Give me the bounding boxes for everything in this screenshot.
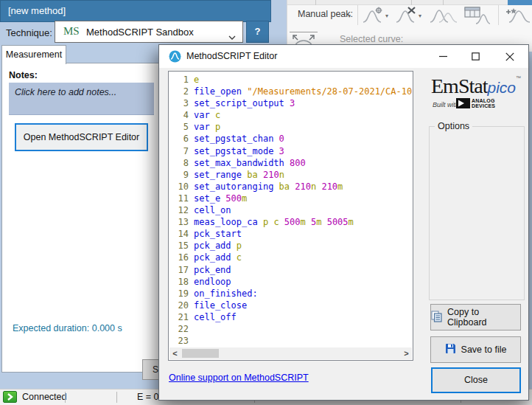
copy-to-clipboard-button[interactable]: Copy to Clipboard: [430, 304, 521, 330]
maximize-button[interactable]: [459, 45, 491, 68]
code-line[interactable]: 17pck_end: [169, 264, 412, 276]
peak-table-icon[interactable]: [464, 6, 491, 28]
code-editor-lines[interactable]: 1e2file_open "/Measurements/28-07-2021/C…: [169, 74, 412, 347]
adi-text-line1: ANALOG: [472, 98, 495, 103]
add-marked-peak-icon[interactable]: [503, 6, 532, 28]
connection-status-icon: [3, 391, 17, 403]
code-line[interactable]: 7set_pgstat_mode 3: [169, 145, 412, 157]
code-token: set_e: [194, 193, 225, 204]
line-number: 10: [169, 181, 189, 193]
dialog-title-bar[interactable]: MethodSCRIPT Editor: [159, 45, 528, 68]
code-token: "/Measurements/28-07-2021/CA-10-52-: [247, 86, 412, 97]
code-token: m: [349, 217, 354, 227]
tabstrip-separator: [315, 0, 316, 5]
close-button[interactable]: Close: [431, 367, 521, 393]
code-line[interactable]: 18endloop: [169, 276, 412, 288]
line-number: 16: [169, 252, 189, 263]
technique-value: MethodSCRIPT Sandbox: [86, 27, 194, 38]
line-number: 2: [169, 86, 189, 97]
code-token: p: [237, 240, 242, 251]
code-token: e: [194, 75, 199, 85]
code-line[interactable]: 15pck_add p: [169, 240, 412, 252]
code-editor[interactable]: 1e2file_open "/Measurements/28-07-2021/C…: [168, 71, 413, 361]
remove-peak-icon[interactable]: [395, 6, 417, 28]
logo-variant-text: pico: [487, 79, 516, 96]
code-token: file_open: [194, 86, 247, 97]
minimize-button[interactable]: [427, 45, 459, 68]
code-line[interactable]: 11set_e 500m: [169, 193, 412, 204]
tabstrip-active-tab[interactable]: [508, 0, 532, 5]
code-token: set_script_output: [194, 98, 290, 108]
expected-duration: Expected duration: 0.000 s: [13, 323, 122, 333]
code-token: ba: [279, 181, 295, 192]
code-line[interactable]: 16pck_add c: [169, 252, 412, 263]
add-peak-caret-icon[interactable]: ▾: [385, 13, 388, 19]
save-to-file-button[interactable]: Save to file: [430, 336, 521, 363]
code-line[interactable]: 2file_open "/Measurements/28-07-2021/CA-…: [169, 86, 412, 97]
manual-peak-caret-icon[interactable]: ▾: [348, 13, 351, 19]
code-line[interactable]: 5var p: [169, 121, 412, 133]
scroll-left-icon[interactable]: <: [169, 348, 181, 359]
toolbar-separator: [498, 5, 499, 25]
line-number: 11: [169, 193, 189, 204]
app-window: [new method] Technique: MS MethodSCRIPT …: [0, 0, 532, 405]
notes-label: Notes:: [9, 70, 38, 80]
options-label: Options: [435, 121, 472, 131]
logo-brand-text: EmStat: [431, 75, 487, 97]
tab-measurement[interactable]: Measurement: [1, 45, 66, 64]
options-groupbox: [429, 126, 525, 300]
technique-abbr: MS: [63, 25, 80, 38]
line-number: 4: [169, 109, 189, 121]
line-number: 20: [169, 300, 189, 311]
code-token: 800: [290, 158, 306, 168]
save-button-label: Save to file: [461, 345, 507, 355]
code-line[interactable]: 22: [169, 323, 412, 335]
code-line[interactable]: 6set_pgstat_chan 0: [169, 133, 412, 145]
code-token: 3: [279, 146, 284, 156]
line-number: 8: [169, 157, 189, 169]
line-number: 15: [169, 240, 189, 252]
code-line[interactable]: 19on_finished:: [169, 288, 412, 300]
scrollbar-thumb[interactable]: [182, 349, 219, 358]
code-line[interactable]: 9set_range ba 210n: [169, 169, 412, 181]
code-token: pck_start: [194, 229, 242, 239]
tabstrip-separator: [411, 0, 412, 5]
overlapping-peaks-icon[interactable]: [429, 6, 458, 28]
code-token: pck_end: [194, 265, 231, 275]
technique-dropdown[interactable]: MS MethodSCRIPT Sandbox: [55, 21, 243, 43]
code-line[interactable]: 8set_max_bandwidth 800: [169, 157, 412, 169]
logo-trademark: ™: [516, 75, 521, 80]
code-token: cell_off: [194, 312, 237, 322]
code-token: var: [194, 110, 215, 120]
line-number: 7: [169, 145, 189, 157]
scroll-right-icon[interactable]: >: [401, 348, 412, 359]
code-line[interactable]: 14pck_start: [169, 228, 412, 240]
notes-input[interactable]: Click here to add notes...: [9, 83, 154, 115]
code-token: 500: [284, 217, 301, 227]
code-line[interactable]: 12cell_on: [169, 204, 412, 216]
code-line[interactable]: 3set_script_output 3: [169, 97, 412, 109]
remove-peak-caret-icon[interactable]: ▾: [419, 13, 421, 19]
close-icon[interactable]: [491, 45, 528, 68]
horizontal-scrollbar[interactable]: < >: [169, 347, 412, 359]
adi-text-line2: DEVICES: [472, 103, 495, 108]
code-line[interactable]: 4var c: [169, 109, 412, 121]
code-token: 210: [321, 181, 337, 192]
open-methodscript-editor-button[interactable]: Open MethodSCRIPT Editor: [15, 123, 148, 151]
add-peak-icon[interactable]: [362, 6, 384, 28]
help-button[interactable]: ?: [246, 21, 269, 43]
measurement-panel: Notes: Click here to add notes... Open M…: [1, 63, 166, 373]
code-token: m: [316, 217, 326, 227]
online-support-link[interactable]: Online support on MethodSCRIPT: [169, 373, 309, 383]
code-line[interactable]: 1e: [169, 74, 412, 86]
manual-peak-label: Manual peak:: [298, 9, 353, 19]
toolbar-separator: [357, 5, 358, 25]
code-line[interactable]: 10set_autoranging ba 210n 210m: [169, 181, 412, 193]
code-token: var: [194, 122, 215, 132]
code-line[interactable]: 13meas_loop_ca p c 500m 5m 5005m: [169, 216, 412, 228]
code-token: p: [215, 122, 220, 132]
copy-button-label: Copy to Clipboard: [447, 307, 520, 328]
code-line[interactable]: 20file_close: [169, 300, 412, 311]
code-line[interactable]: 23: [169, 335, 412, 347]
code-line[interactable]: 21cell_off: [169, 311, 412, 323]
